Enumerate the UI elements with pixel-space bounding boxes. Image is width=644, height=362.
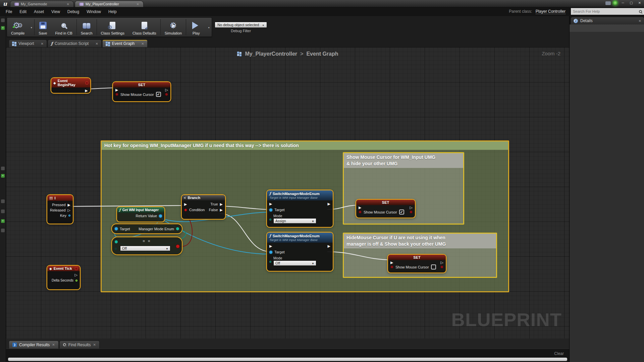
checkbox[interactable]: ✔ <box>156 92 161 97</box>
key-struct-pin[interactable] <box>68 215 70 217</box>
parent-class-link[interactable]: Player Controller <box>536 9 566 14</box>
help-search-box[interactable] <box>571 8 644 15</box>
event-graph-canvas[interactable]: My_PlayerController > Event Graph Zoom -… <box>6 47 569 339</box>
comment-title[interactable]: HideMouse Cursor if U are not using it w… <box>344 234 496 248</box>
exec-true-pin[interactable] <box>220 202 223 206</box>
exec-false-pin[interactable] <box>220 208 223 212</box>
checkbox[interactable] <box>431 264 436 269</box>
node-set-show-mouse-cursor-3[interactable]: SET Show Mouse Cursor <box>388 255 446 273</box>
class-defaults-button[interactable]: Class Defaults <box>128 18 160 37</box>
comment-title[interactable]: Hot key for opening WM_InputManager UMG … <box>102 141 508 150</box>
play-options-caret-icon[interactable] <box>206 25 212 29</box>
add-icon[interactable] <box>1 26 5 30</box>
exec-out-pin[interactable] <box>328 244 330 248</box>
exec-out-pin[interactable] <box>410 205 413 209</box>
exec-out-pin[interactable] <box>441 260 443 264</box>
breadcrumb-current[interactable]: Event Graph <box>306 51 338 57</box>
close-icon[interactable] <box>639 19 641 23</box>
menu-asset[interactable]: Asset <box>30 9 48 14</box>
simulation-button[interactable]: Simulation <box>161 18 186 37</box>
compile-button[interactable]: Compile <box>7 18 29 37</box>
exec-pressed-pin[interactable] <box>68 203 70 207</box>
exec-out-pin[interactable] <box>328 202 330 206</box>
bool-result-pin[interactable] <box>176 244 180 248</box>
tab-construction-script[interactable]: Construction Script <box>48 40 102 47</box>
mode-dropdown[interactable]: Assign <box>273 218 316 224</box>
close-icon[interactable] <box>67 2 69 6</box>
node-branch[interactable]: Branch True Condition False <box>182 195 225 219</box>
close-icon[interactable] <box>41 42 43 46</box>
node-event-beginplay[interactable]: Event BeginPlay <box>51 78 90 93</box>
exec-in-pin[interactable] <box>184 202 187 206</box>
node-event-tick[interactable]: Event Tick Delta Seconds <box>47 266 80 289</box>
mode-dropdown[interactable]: Off <box>273 260 316 266</box>
node-input-key-i[interactable]: I Pressed Released Key <box>47 195 73 224</box>
mode-pin[interactable] <box>269 219 271 221</box>
node-get-wm-input-manager[interactable]: Get WM Input Manager Return Value <box>117 207 164 222</box>
bool-out-pin[interactable] <box>410 210 413 214</box>
enum-a-pin[interactable] <box>115 240 118 243</box>
exec-in-pin[interactable] <box>390 260 393 264</box>
mode-pin[interactable] <box>269 261 271 263</box>
enum-value-dropdown[interactable]: Off <box>120 246 170 251</box>
leftstrip-icon[interactable] <box>1 209 5 213</box>
bool-in-pin[interactable] <box>115 93 118 96</box>
target-pin[interactable] <box>269 251 272 254</box>
asset-tab-playercontroller[interactable]: My_PlayerController <box>75 1 144 7</box>
node-switch-manager-mode-off[interactable]: SwitchManagerModeEnum Target is WM Input… <box>267 233 333 271</box>
close-icon[interactable] <box>52 343 55 347</box>
asset-tab-gamemode[interactable]: My_Gamemode <box>10 1 74 7</box>
leftstrip-icon[interactable] <box>1 167 5 170</box>
menu-file[interactable]: File <box>2 9 16 14</box>
enum-out-pin[interactable] <box>176 227 179 230</box>
target-pin[interactable] <box>269 208 272 212</box>
checkbox[interactable]: ✔ <box>399 209 404 215</box>
menu-debug[interactable]: Debug <box>64 9 83 14</box>
close-icon[interactable] <box>141 42 144 46</box>
leftstrip-icon[interactable] <box>1 199 5 203</box>
menu-help[interactable]: Help <box>105 9 120 14</box>
add-icon[interactable] <box>1 174 5 178</box>
menu-window[interactable]: Window <box>83 9 105 14</box>
bool-out-pin[interactable] <box>165 93 168 96</box>
menu-edit[interactable]: Edit <box>16 9 30 14</box>
close-icon[interactable] <box>93 343 96 347</box>
menu-view[interactable]: View <box>48 9 64 14</box>
close-icon[interactable] <box>95 42 98 46</box>
bool-in-pin[interactable] <box>390 265 393 268</box>
tab-viewport[interactable]: Viewport <box>9 40 47 47</box>
exec-in-pin[interactable] <box>269 244 272 248</box>
leftstrip-icon[interactable] <box>1 229 5 232</box>
node-switch-manager-mode-assign[interactable]: SwitchManagerModeEnum Target is WM Input… <box>267 190 333 227</box>
close-window-button[interactable] <box>636 0 643 6</box>
bool-out-pin[interactable] <box>440 265 443 268</box>
node-set-show-mouse-cursor-1[interactable]: SET Show Mouse Cursor ✔ <box>113 82 170 101</box>
tab-event-graph[interactable]: Event Graph <box>102 40 148 47</box>
exec-out-pin[interactable] <box>85 88 88 93</box>
return-value-pin[interactable] <box>159 215 162 218</box>
tab-details[interactable]: Details <box>571 17 644 24</box>
exec-in-pin[interactable] <box>269 202 272 206</box>
compile-options-caret-icon[interactable] <box>29 25 34 29</box>
minimize-button[interactable] <box>620 0 626 6</box>
debug-object-select[interactable]: No debug object selected <box>215 22 267 28</box>
exec-in-pin[interactable] <box>115 88 118 92</box>
target-in-pin[interactable] <box>115 227 118 230</box>
comment-title[interactable]: Show Mouse Cursor for WM_Input UMG & hid… <box>344 153 463 168</box>
delta-seconds-pin[interactable] <box>75 280 77 282</box>
breadcrumb-root[interactable]: My_PlayerController <box>245 51 297 57</box>
close-icon[interactable] <box>137 2 139 6</box>
class-settings-button[interactable]: Class Settings <box>97 18 128 37</box>
exec-out-pin[interactable] <box>165 88 168 92</box>
clear-button[interactable]: Clear <box>554 351 564 356</box>
exec-out-pin[interactable] <box>75 273 77 277</box>
help-search-input[interactable] <box>573 9 639 13</box>
node-get-manager-mode-enum[interactable]: Target Manager Mode Enum <box>112 224 182 233</box>
search-button[interactable]: Search <box>77 18 97 37</box>
play-button[interactable]: Play <box>186 18 206 37</box>
tab-compiler-results[interactable]: Compiler Results <box>9 341 59 349</box>
leftstrip-icon[interactable] <box>1 18 5 22</box>
enum-b-pin[interactable] <box>115 248 117 250</box>
node-set-show-mouse-cursor-2[interactable]: SET Show Mouse Cursor ✔ <box>356 200 415 218</box>
node-equal-enum[interactable]: = = Off <box>112 237 182 254</box>
